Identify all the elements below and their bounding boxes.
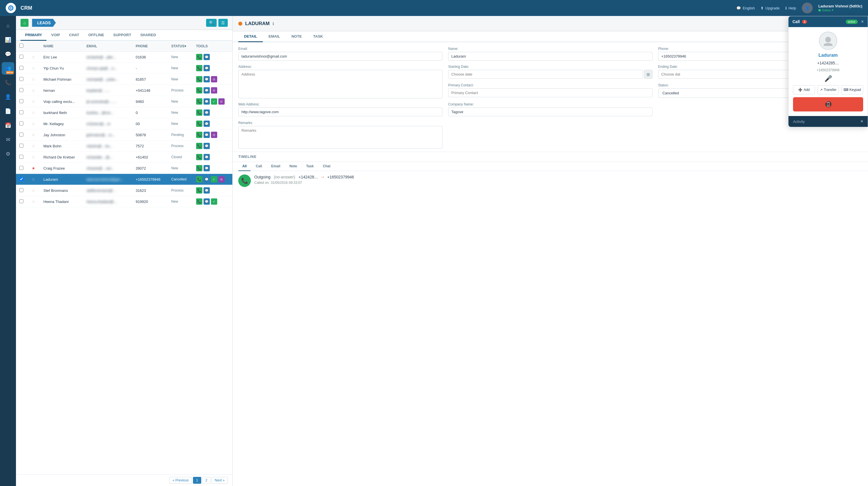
check-tool-icon[interactable]: ✓ xyxy=(211,199,217,205)
phone-tool-icon[interactable]: 📞 xyxy=(196,132,203,138)
share-tool-icon[interactable]: ⊙ xyxy=(211,87,217,93)
share-tool-icon[interactable]: ⊙ xyxy=(211,76,217,82)
table-row[interactable]: ☆ Voip calling exclu... jtt.surendra@…..… xyxy=(16,96,232,107)
table-row[interactable]: ☆ Michael Fishman michael@…ycles... 8185… xyxy=(16,74,232,85)
chat-tool-icon[interactable]: 💬 xyxy=(204,110,210,116)
timeline-tab-task[interactable]: Task xyxy=(302,162,317,171)
sidebar-item-user[interactable]: 👤 xyxy=(2,91,14,103)
star-icon[interactable]: ☆ xyxy=(32,88,35,93)
timeline-tab-note[interactable]: Note xyxy=(285,162,301,171)
sidebar-item-settings[interactable]: ⚙ xyxy=(2,148,14,160)
table-row[interactable]: ☆ Stef Bronmans stefbronmans@… 31623 Pro… xyxy=(16,185,232,196)
star-icon[interactable]: ☆ xyxy=(32,132,35,137)
chat-tool-icon[interactable]: 💬 xyxy=(204,98,210,104)
row-checkbox[interactable] xyxy=(20,88,23,92)
chat-tool-icon[interactable]: 💬 xyxy=(204,132,210,138)
sidebar-item-calendar[interactable]: 📅 xyxy=(2,119,14,132)
call-widget-close-button[interactable]: × xyxy=(861,19,864,24)
star-icon[interactable]: ☆ xyxy=(32,121,35,126)
star-icon[interactable]: ☆ xyxy=(32,188,35,193)
tab-voip[interactable]: VOIP xyxy=(46,30,64,41)
row-checkbox[interactable] xyxy=(20,155,23,159)
row-checkbox[interactable] xyxy=(20,188,23,192)
chat-tool-icon[interactable]: 💬 xyxy=(204,187,210,193)
phone-tool-icon[interactable]: 📞 xyxy=(196,76,203,82)
star-icon[interactable]: ☆ xyxy=(32,66,35,70)
table-row[interactable]: ☆ Heena Thadani heena.thadani@… 919920 N… xyxy=(16,196,232,207)
row-checkbox[interactable] xyxy=(20,66,23,70)
sidebar-item-mail[interactable]: ✉ xyxy=(2,133,14,146)
upgrade-button[interactable]: ⬆ Upgrade xyxy=(761,6,780,10)
name-input[interactable] xyxy=(448,52,652,61)
row-checkbox[interactable] xyxy=(20,110,23,114)
detail-tab-email[interactable]: EMAIL xyxy=(263,31,286,42)
timeline-tab-all[interactable]: All xyxy=(238,162,251,171)
add-call-button[interactable]: ➕ Add xyxy=(793,85,815,94)
user-info[interactable]: Laduram Vishnoi (5d03c) Online ▾ xyxy=(818,4,862,12)
hangup-button[interactable]: 📵 xyxy=(793,97,863,112)
address-input[interactable] xyxy=(238,70,442,98)
next-page-button[interactable]: Next » xyxy=(212,477,228,484)
star-icon[interactable]: ☆ xyxy=(32,144,35,148)
timeline-tab-call[interactable]: Call xyxy=(252,162,266,171)
help-button[interactable]: ℹ Help xyxy=(785,6,796,10)
microphone-button[interactable]: 🎤 xyxy=(825,75,832,82)
menu-button[interactable]: ☰ xyxy=(218,19,228,27)
page-1-button[interactable]: 1 xyxy=(193,477,201,484)
row-checkbox[interactable] xyxy=(20,77,23,81)
tab-support[interactable]: SUPPORT xyxy=(108,30,136,41)
chat-tool-icon[interactable]: 💬 xyxy=(204,87,210,93)
sidebar-item-chat[interactable]: 💬 xyxy=(2,48,14,60)
timeline-tab-chat[interactable]: Chat xyxy=(319,162,335,171)
table-row[interactable]: ★ Craig Frazee cfrazee@…sor... 26072 New… xyxy=(16,163,232,174)
phone-tool-icon[interactable]: 📞 xyxy=(196,143,203,149)
row-checkbox[interactable] xyxy=(20,121,23,125)
tab-chat[interactable]: CHAT xyxy=(65,30,84,41)
table-row[interactable]: ☆ hernan boykier@….... +541148 Process 📞… xyxy=(16,85,232,96)
table-row[interactable]: ☆ Mr. Kellagey w7jmlcn@…m 00 New 📞💬 xyxy=(16,118,232,129)
table-row[interactable]: ☆ Yip Chun Yu chunyu.yip@…o... - New 📞💬 xyxy=(16,63,232,74)
primary-contact-input[interactable] xyxy=(448,88,652,97)
prev-page-button[interactable]: « Previous xyxy=(169,477,192,484)
phone-tool-icon[interactable]: 📞 xyxy=(196,98,203,104)
starting-date-calendar-button[interactable]: ⊞ xyxy=(644,70,652,79)
chat-tool-icon[interactable]: 💬 xyxy=(204,65,210,71)
tab-shared[interactable]: SHARED xyxy=(136,30,160,41)
detail-tab-task[interactable]: TASK xyxy=(308,31,329,42)
row-checkbox[interactable] xyxy=(20,199,23,203)
row-checkbox[interactable] xyxy=(20,55,23,59)
phone-tool-icon[interactable]: 📞 xyxy=(196,54,203,60)
row-checkbox[interactable] xyxy=(20,144,23,148)
share-tool-icon[interactable]: ⊙ xyxy=(218,176,225,182)
starting-date-input[interactable] xyxy=(448,70,643,79)
star-icon[interactable]: ☆ xyxy=(32,110,35,115)
sidebar-item-home[interactable]: ⌂ xyxy=(2,20,14,32)
chat-tool-icon[interactable]: 💬 xyxy=(204,199,210,205)
table-row[interactable]: ☆ burkhard flieth burkha…@mo... 0 New 📞💬 xyxy=(16,107,232,118)
table-row[interactable]: ☆ Laduram laduramvishnoi@gm... +16502379… xyxy=(16,174,232,185)
chat-tool-icon[interactable]: 💬 xyxy=(204,143,210,149)
star-icon[interactable]: ☆ xyxy=(32,177,35,182)
phone-tool-icon[interactable]: 📞 xyxy=(196,121,203,127)
company-name-input[interactable] xyxy=(448,108,652,116)
select-all-checkbox[interactable] xyxy=(20,43,23,48)
sidebar-item-chart[interactable]: 📊 xyxy=(2,34,14,46)
phone-tool-icon[interactable]: 📞 xyxy=(196,187,203,193)
web-address-input[interactable] xyxy=(238,108,442,116)
language-selector[interactable]: 💬 English xyxy=(736,6,755,10)
star-icon[interactable]: ★ xyxy=(32,166,35,171)
sidebar-item-contacts[interactable]: 👥 BETA xyxy=(2,62,14,75)
tab-offline[interactable]: OFFLINE xyxy=(84,30,109,41)
table-row[interactable]: ☆ Jay Johnston jjohnston@…rc... 50878 Pe… xyxy=(16,129,232,141)
chat-tool-icon[interactable]: 💬 xyxy=(204,121,210,127)
phone-tool-icon[interactable]: 📞 xyxy=(196,199,203,205)
sidebar-item-docs[interactable]: 📄 xyxy=(2,105,14,117)
activity-close-button[interactable]: × xyxy=(861,119,863,124)
chat-tool-icon[interactable]: 💬 xyxy=(204,154,210,160)
chat-tool-icon[interactable]: 💬 xyxy=(204,76,210,82)
phone-tool-icon[interactable]: 📞 xyxy=(196,176,203,182)
table-row[interactable]: ☆ Richard De Kretser richardde…@... +614… xyxy=(16,152,232,163)
chat-tool-icon[interactable]: 💬 xyxy=(204,176,210,182)
home-button[interactable]: ⌂ xyxy=(21,19,29,27)
row-checkbox[interactable] xyxy=(20,99,23,103)
